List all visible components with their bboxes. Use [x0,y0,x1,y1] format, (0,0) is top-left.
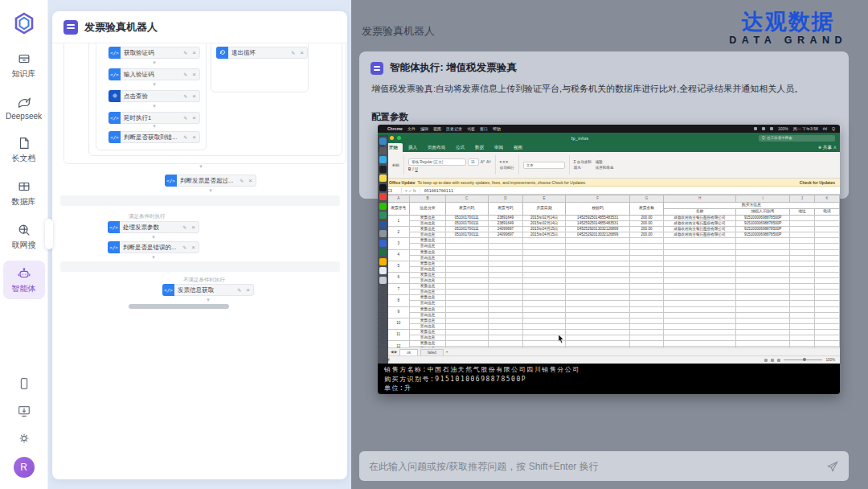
dock-notes-icon[interactable] [379,175,387,182]
dock-excel-icon[interactable] [379,249,387,256]
dock-xmind-icon[interactable] [379,240,387,247]
dock-pycharm-icon[interactable] [379,184,387,191]
node-get-captcha[interactable]: </> 获取验证码 ✎× [108,47,200,59]
font-size-select[interactable]: 11 [468,158,479,166]
clear-button[interactable]: 清除 · [596,160,605,164]
workflow-canvas[interactable]: </> 获取验证码 ✎× 退出循环 ✎× ▾ </> 输入验证码 ✎× [52,43,347,479]
edit-icon[interactable]: ✎ [235,287,243,293]
edit-icon[interactable]: ✎ [238,178,245,183]
dock-terminal-icon[interactable] [379,166,387,173]
formula-bar-icons[interactable]: × ✓ fx [402,188,420,193]
sheet-tab-failed[interactable]: failed [420,349,444,355]
ribbon-tab-6[interactable]: 视图 [509,143,527,152]
menubar-menu-item[interactable]: 帮助 [493,126,501,131]
edit-icon[interactable]: ✎ [182,134,189,140]
shrink-font-button[interactable]: A˅ [486,160,491,164]
edit-icon[interactable]: ✎ [181,224,188,230]
close-icon[interactable]: × [189,134,199,141]
align-buttons[interactable]: ≡ ≡ ≡ [500,160,508,164]
fill-button[interactable]: 填充 · [574,166,583,170]
ribbon-tab-2[interactable]: 页面布局 [423,143,450,152]
view-normal-icon[interactable] [764,359,768,362]
underline-button[interactable]: U [416,167,418,171]
close-icon[interactable]: × [297,49,307,56]
italic-button[interactable]: I [412,167,413,171]
close-icon[interactable]: × [243,286,253,294]
edit-icon[interactable]: ✎ [182,72,189,77]
menubar-app-name[interactable]: Chrome [387,126,403,131]
dock-launchpad-icon[interactable] [379,147,387,154]
paste-button[interactable]: 粘贴 [392,163,399,167]
chat-input[interactable] [369,461,826,472]
menubar-menu-item[interactable]: 历史记录 [446,126,462,131]
close-icon[interactable]: × [245,177,256,184]
spreadsheet-grid[interactable]: ABCDEFGHIJK1发票序号信息分类发票代码发票号码开票日期校验码发票金额购… [378,195,840,347]
brand-logo-icon[interactable] [12,11,36,35]
close-icon[interactable]: × [189,92,199,100]
ribbon-tab-1[interactable]: 插入 [403,143,422,152]
dock-safari-icon[interactable] [379,212,387,219]
spotlight-icon[interactable]: Q [832,126,835,131]
user-avatar[interactable]: R [14,457,35,478]
check-updates-link[interactable]: Check for Updates [800,180,835,185]
sidebar-item-long-doc[interactable]: 长文档 [3,130,45,169]
sidebar-item-agent[interactable]: 智能体 [3,261,45,299]
add-sheet-button[interactable]: + [446,350,448,354]
sidebar-item-web-search[interactable]: 联网搜 [3,217,45,256]
download-client-button[interactable] [10,397,39,425]
close-icon[interactable]: × [189,49,199,56]
ribbon-tab-5[interactable]: 审阅 [489,143,508,152]
edit-icon[interactable]: ✎ [289,50,297,55]
dock-photos-icon[interactable] [379,230,387,237]
view-break-icon[interactable] [777,359,780,362]
edit-icon[interactable]: ✎ [182,115,189,121]
bold-button[interactable]: B [408,167,411,171]
share-button[interactable]: ⊕ 共享 ∧ [818,145,837,152]
dock-finder-icon[interactable] [379,138,387,145]
dock-word-icon[interactable] [379,221,387,228]
menubar-menu-item[interactable]: 书签 [467,126,475,131]
sheet-tab-ok[interactable]: ok [399,349,418,355]
dock-trash-icon[interactable] [379,277,387,284]
minimize-window-icon[interactable] [390,136,394,140]
number-format-select[interactable]: 文本 [523,162,565,169]
node-exit-loop[interactable]: 退出循环 ✎× [216,47,308,59]
close-icon[interactable]: × [189,71,199,78]
sheet-tab-nav[interactable]: ◀ ▶ [391,350,397,354]
sidebar-item-database[interactable]: 数据库 [3,174,45,212]
dock-telegram-icon[interactable] [379,156,387,163]
close-icon[interactable]: × [188,244,199,251]
edit-icon[interactable]: ✎ [181,244,188,250]
grow-font-button[interactable]: A^ [481,160,485,164]
edit-icon[interactable]: ✎ [182,93,189,99]
dock-preview-icon[interactable] [379,267,387,274]
node-fetch-invoice-info[interactable]: </> 发票信息获取 ✎× [162,284,254,296]
ribbon-tab-4[interactable]: 数据 [470,143,489,152]
zoom-window-icon[interactable] [397,136,401,140]
workflow-horizontal-scrollbar[interactable] [129,304,229,309]
menubar-menu-item[interactable]: 视图 [433,126,441,131]
node-click-check[interactable]: 点击查验 ✎× [108,90,200,102]
node-judge-error[interactable]: </> 判断是否获取到错... ✎× [108,131,200,143]
node-process-params[interactable]: </> 处理发票参数 ✎× [108,221,199,233]
close-icon[interactable]: × [188,224,199,231]
sort-filter-button[interactable]: 排序和筛选 [596,166,614,170]
menubar-menu-item[interactable]: 窗口 [480,126,488,131]
view-layout-icon[interactable] [771,359,774,362]
node-judge-invoice-exceed[interactable]: </> 判断发票是否超过... ✎× [165,175,256,187]
ribbon-tab-3[interactable]: 公式 [451,143,469,152]
node-input-captcha[interactable]: </> 输入验证码 ✎× [108,68,200,80]
node-delay-exec[interactable]: </> 延时执行1 ✎× [108,112,200,124]
menubar-menu-item[interactable]: 编辑 [420,126,428,131]
panel-collapse-handle[interactable] [45,219,53,249]
autosum-button[interactable]: Σ 自动求和 [574,160,592,164]
edit-icon[interactable]: ✎ [182,50,189,55]
zoom-slider[interactable] [784,360,822,360]
mobile-device-button[interactable] [10,370,39,397]
send-icon[interactable] [826,460,839,473]
sidebar-item-knowledge-base[interactable]: 知识库 [3,46,45,84]
wrap-text-button[interactable]: 自动换行 [500,166,514,170]
dock-wechat-icon[interactable] [379,203,387,210]
dock-chrome-2-icon[interactable] [379,258,387,265]
node-judge-wrong[interactable]: </> 判断是否是错误的... ✎× [108,241,199,253]
